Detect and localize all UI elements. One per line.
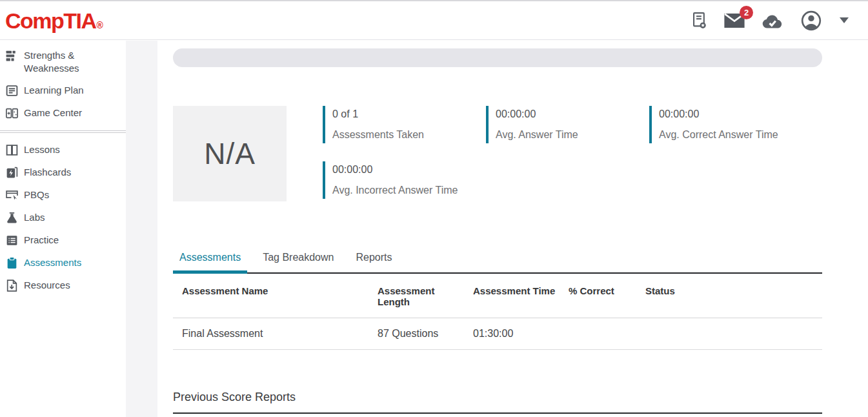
cell-assessment-length: 87 Questions: [368, 318, 464, 350]
tab-label: Tag Breakdown: [263, 252, 334, 263]
score-na-value: N/A: [204, 136, 256, 171]
col-assessment-time: Assessment Time: [464, 274, 560, 318]
notebook-icon: [5, 84, 19, 97]
stat-label: Assessments Taken: [332, 129, 424, 141]
tab-label: Reports: [356, 252, 392, 263]
sidebar-content-gutter: [126, 41, 157, 417]
registered-mark: ®: [97, 21, 103, 30]
col-assessment-name: Assessment Name: [173, 274, 368, 318]
sidebar-item-game-center[interactable]: Game Center: [0, 102, 126, 125]
sidebar-item-label: Resources: [24, 279, 70, 292]
sidebar-item-label: Learning Plan: [24, 84, 84, 97]
sidebar-item-learning-plan[interactable]: Learning Plan: [0, 79, 126, 102]
stat-value: 0 of 1: [332, 108, 424, 120]
sidebar-item-label: Strengths & Weaknesses: [24, 49, 122, 75]
col-assessment-length: Assessment Length: [368, 274, 464, 318]
cell-assessment-name: Final Assessment: [173, 318, 368, 350]
sidebar-item-label: PBQs: [24, 188, 49, 201]
sidebar-item-labs[interactable]: Labs: [0, 207, 126, 229]
sidebar-item-label: Labs: [24, 211, 45, 224]
flask-icon: [5, 211, 19, 225]
comptia-logo[interactable]: CompTIA®: [5, 10, 102, 32]
stat-value: 00:00:00: [332, 164, 458, 176]
previous-score-reports-heading: Previous Score Reports: [173, 391, 296, 404]
stat-label: Avg. Incorrect Answer Time: [332, 185, 458, 196]
window-pointer-icon: [5, 188, 19, 202]
sidebar-item-label: Assessments: [24, 256, 81, 269]
col-percent-correct: % Correct: [560, 274, 636, 318]
stat-avg-incorrect-answer-time: 00:00:00 Avg. Incorrect Answer Time: [323, 161, 458, 199]
mail-icon[interactable]: 2: [723, 12, 745, 29]
sidebar-item-flashcards[interactable]: Flashcards: [0, 161, 126, 184]
cell-percent-correct: [560, 318, 636, 350]
sidebar-item-label: Game Center: [24, 107, 82, 119]
stat-label: Avg. Correct Answer Time: [659, 129, 778, 141]
sidebar-divider: [0, 130, 126, 133]
stat-value: 00:00:00: [496, 108, 578, 120]
stat-assessments-taken: 0 of 1 Assessments Taken: [323, 106, 424, 143]
stat-value: 00:00:00: [659, 108, 778, 120]
sidebar-item-pbqs[interactable]: PBQs: [0, 184, 126, 207]
section-divider-rule: [173, 412, 822, 414]
tab-label: Assessments: [179, 252, 241, 263]
download-doc-icon: [5, 279, 19, 292]
cell-status: [636, 318, 822, 350]
sidebar-item-resources[interactable]: Resources: [0, 274, 126, 297]
assessments-table: Assessment Name Assessment Length Assess…: [173, 274, 822, 350]
sidebar-nav: Strengths & Weaknesses Learning Plan Gam…: [0, 41, 126, 417]
account-icon[interactable]: [800, 9, 823, 32]
sidebar-item-practice[interactable]: Practice: [0, 229, 126, 252]
sidebar-item-assessments[interactable]: Assessments: [0, 252, 126, 274]
sidebar-item-strengths-weaknesses[interactable]: Strengths & Weaknesses: [0, 45, 126, 79]
main-content: N/A 0 of 1 Assessments Taken 00:00:00 Av…: [158, 40, 868, 417]
checklist-icon: [5, 234, 19, 247]
mail-unread-badge: 2: [740, 6, 753, 19]
sidebar-item-label: Lessons: [24, 143, 60, 156]
cloud-sync-icon[interactable]: [761, 12, 784, 29]
table-row-final-assessment[interactable]: Final Assessment 87 Questions 01:30:00: [173, 318, 822, 350]
overall-progress-bar: [173, 48, 822, 67]
sidebar-item-label: Flashcards: [24, 166, 71, 179]
dice-icon: [5, 107, 19, 120]
stat-avg-correct-answer-time: 00:00:00 Avg. Correct Answer Time: [649, 106, 778, 143]
sidebar-item-lessons[interactable]: Lessons: [0, 139, 126, 161]
table-header-row: Assessment Name Assessment Length Assess…: [173, 274, 822, 318]
flashcard-bolt-icon: [5, 166, 19, 179]
col-status: Status: [636, 274, 822, 318]
tab-reports[interactable]: Reports: [349, 252, 398, 272]
logo-text: CompTIA: [5, 10, 96, 32]
assessment-tabs: Assessments Tag Breakdown Reports: [173, 252, 822, 274]
stat-avg-answer-time: 00:00:00 Avg. Answer Time: [486, 106, 578, 143]
score-report-icon[interactable]: [691, 11, 708, 30]
caret-down-icon[interactable]: [840, 17, 849, 23]
equalizer-icon: [5, 49, 19, 63]
open-book-icon: [5, 143, 19, 157]
tab-assessments[interactable]: Assessments: [173, 252, 247, 272]
tab-tag-breakdown[interactable]: Tag Breakdown: [256, 252, 340, 272]
cell-assessment-time: 01:30:00: [464, 318, 560, 350]
sidebar-item-label: Practice: [24, 234, 59, 247]
stat-label: Avg. Answer Time: [496, 129, 578, 141]
score-na-box: N/A: [173, 106, 287, 201]
top-header: CompTIA® 2: [0, 0, 868, 40]
clipboard-icon: [5, 256, 19, 270]
